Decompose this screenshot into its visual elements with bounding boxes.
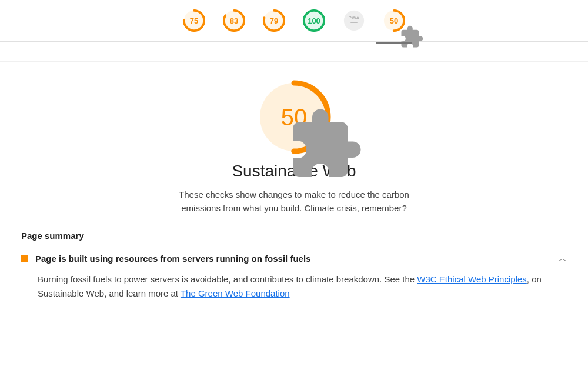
audit-text: Burning fossil fuels to power servers is… — [38, 274, 417, 284]
plugin-icon — [399, 25, 410, 35]
score-value: 83 — [230, 16, 238, 25]
score-value: 79 — [270, 16, 278, 25]
plugin-badge — [312, 131, 339, 158]
pwa-label: PWA — [349, 15, 360, 20]
category-gauge: 50 — [255, 78, 333, 156]
score-tab-accessibility[interactable]: 83 — [222, 8, 246, 33]
svg-point-8 — [344, 11, 364, 31]
score-tab-performance[interactable]: 75 — [182, 8, 206, 33]
category-hero: 50 Sustainable Web These checks show cha… — [21, 78, 567, 215]
score-value: 75 — [190, 16, 198, 25]
score-tabs: 75 83 79 100 PWA 50 — [0, 0, 588, 42]
report-body: 50 Sustainable Web These checks show cha… — [0, 62, 588, 307]
score-tab-pwa[interactable]: PWA — [342, 8, 366, 33]
score-value: 100 — [308, 16, 320, 25]
score-value: 50 — [390, 16, 398, 25]
plugin-icon — [286, 106, 364, 184]
link-green-web-foundation[interactable]: The Green Web Foundation — [181, 288, 290, 298]
score-tab-seo[interactable]: 100 — [302, 8, 326, 33]
section-heading: Page summary — [21, 231, 567, 241]
dash-icon — [350, 22, 358, 23]
audit-title: Page is built using resources from serve… — [35, 254, 552, 264]
sub-bar — [0, 42, 588, 62]
audit-description: Burning fossil fuels to power servers is… — [38, 272, 567, 301]
audit-toggle[interactable]: Page is built using resources from serve… — [21, 254, 567, 264]
score-tab-best-practices[interactable]: 79 — [262, 8, 286, 33]
link-w3c-ethical[interactable]: W3C Ethical Web Principles — [417, 274, 526, 284]
square-marker-icon — [21, 255, 28, 262]
category-subtitle: These checks show changes to make to red… — [159, 188, 429, 215]
score-tab-sustainable-web[interactable]: 50 — [382, 8, 406, 33]
audit-item: Page is built using resources from serve… — [21, 251, 567, 307]
chevron-up-icon: ︿ — [559, 254, 567, 264]
